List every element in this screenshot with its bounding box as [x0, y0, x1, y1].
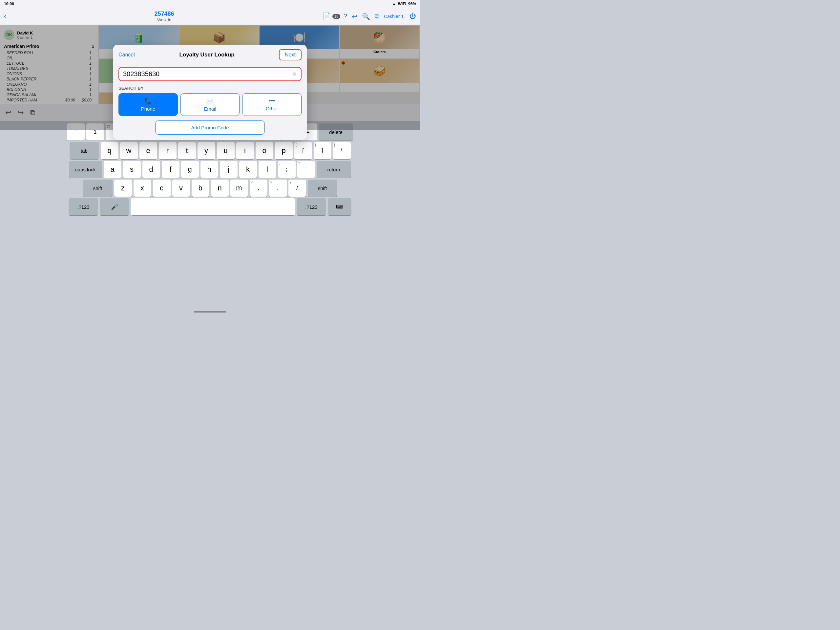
other-search-button[interactable]: ••• Other	[242, 93, 302, 116]
battery-icon: 96%	[408, 2, 416, 6]
other-label: Other	[266, 106, 278, 111]
key-k[interactable]: k	[239, 161, 257, 178]
key-q[interactable]: q	[101, 142, 118, 159]
key-r[interactable]: r	[159, 142, 177, 159]
status-time: 10:06	[4, 2, 14, 6]
key-v[interactable]: v	[172, 180, 190, 197]
key-l[interactable]: l	[259, 161, 276, 178]
modal-title: Loyalty User Lookup	[135, 52, 279, 58]
key-g[interactable]: g	[181, 161, 199, 178]
order-type: Walk In	[9, 17, 319, 22]
home-bar	[194, 311, 226, 313]
undo-icon[interactable]: ↩	[352, 13, 357, 21]
key-b[interactable]: b	[192, 180, 209, 197]
phone-icon: 📞	[144, 98, 152, 105]
key-z[interactable]: z	[114, 180, 132, 197]
key-row-4: shift z x c v b n m <, >. ?/ shift	[1, 180, 419, 197]
keyboard-hide-key[interactable]: ⌨	[328, 198, 351, 215]
key-i[interactable]: i	[236, 142, 254, 159]
key-o[interactable]: o	[256, 142, 273, 159]
back-button[interactable]: ‹	[4, 12, 6, 21]
home-indicator	[0, 309, 420, 315]
key-close-bracket[interactable]: }]	[314, 142, 332, 159]
status-icons: ▲ WiFi 96%	[392, 2, 416, 6]
key-d[interactable]: d	[142, 161, 160, 178]
document-icon: 📄	[322, 12, 331, 21]
help-icon[interactable]: ?	[344, 13, 347, 20]
tab-key[interactable]: tab	[69, 142, 99, 159]
key-m[interactable]: m	[231, 180, 248, 197]
wifi-icon: WiFi	[398, 2, 406, 6]
key-j[interactable]: j	[220, 161, 238, 178]
key-f[interactable]: f	[162, 161, 180, 178]
key-slash[interactable]: ?/	[289, 180, 306, 197]
order-number: 257486	[9, 11, 319, 17]
space-key[interactable]	[131, 198, 295, 215]
key-semicolon[interactable]: :;	[278, 161, 296, 178]
top-nav: ‹ 257486 Walk In 📄 18 ? ↩ 🔍 ⧉ Cashier 1.…	[0, 8, 420, 25]
mic-key[interactable]: 🎤	[100, 198, 129, 215]
phone-input-wrapper: ✕	[118, 67, 302, 81]
key-backslash[interactable]: |\	[333, 142, 351, 159]
key-row-3: caps lock a s d f g h j k l :; "' return	[1, 161, 419, 178]
email-search-button[interactable]: ✉️ Email	[180, 93, 240, 116]
key-p[interactable]: p	[275, 142, 293, 159]
order-info: 257486 Walk In	[9, 11, 319, 22]
modal-overlay: Cancel Loyalty User Lookup Next ✕ SEARCH…	[0, 25, 420, 130]
copy-icon[interactable]: ⧉	[375, 13, 379, 20]
key-c[interactable]: c	[153, 180, 171, 197]
key-h[interactable]: h	[201, 161, 218, 178]
logout-icon[interactable]: ⏻	[409, 13, 416, 20]
left-shift-key[interactable]: shift	[83, 180, 112, 197]
key-open-bracket[interactable]: {[	[294, 142, 312, 159]
key-s[interactable]: s	[123, 161, 141, 178]
search-by-label: SEARCH BY	[118, 86, 302, 90]
caps-lock-key[interactable]: caps lock	[69, 161, 102, 178]
key-y[interactable]: y	[197, 142, 215, 159]
search-icon[interactable]: 🔍	[362, 13, 370, 21]
clear-input-button[interactable]: ✕	[292, 71, 297, 78]
badge-count: 18	[332, 14, 340, 19]
key-w[interactable]: w	[120, 142, 138, 159]
return-key[interactable]: return	[317, 161, 351, 178]
search-by-buttons: 📞 Phone ✉️ Email ••• Other	[118, 93, 302, 116]
key-e[interactable]: e	[139, 142, 157, 159]
num-key-left[interactable]: .?123	[69, 198, 98, 215]
next-button[interactable]: Next	[279, 49, 302, 60]
key-comma[interactable]: <,	[250, 180, 267, 197]
key-x[interactable]: x	[134, 180, 151, 197]
promo-code-button[interactable]: Add Promo Code	[155, 120, 265, 135]
status-bar: 10:06 ▲ WiFi 96%	[0, 0, 420, 8]
key-period[interactable]: >.	[269, 180, 287, 197]
num-key-right[interactable]: .?123	[297, 198, 326, 215]
signal-icon: ▲	[392, 2, 396, 6]
modal-body: ✕ SEARCH BY 📞 Phone ✉️ Email ••• Other A…	[113, 64, 307, 140]
phone-search-button[interactable]: 📞 Phone	[118, 93, 178, 116]
nav-icons: ? ↩ 🔍 ⧉ Cashier 1. ⏻	[344, 13, 416, 21]
right-shift-key[interactable]: shift	[308, 180, 337, 197]
other-icon: •••	[269, 98, 275, 104]
cashier-label: Cashier 1.	[384, 14, 405, 19]
key-row-2: tab q w e r t y u i o p {[ }] |\	[1, 142, 419, 159]
loyalty-modal: Cancel Loyalty User Lookup Next ✕ SEARCH…	[113, 45, 307, 140]
email-icon: ✉️	[206, 98, 214, 105]
key-t[interactable]: t	[178, 142, 196, 159]
phone-input[interactable]	[123, 70, 292, 78]
modal-header: Cancel Loyalty User Lookup Next	[113, 45, 307, 64]
email-label: Email	[204, 106, 216, 112]
key-row-5: .?123 🎤 .?123 ⌨	[1, 198, 419, 215]
cancel-button[interactable]: Cancel	[118, 52, 135, 58]
key-a[interactable]: a	[104, 161, 122, 178]
key-quote[interactable]: "'	[297, 161, 315, 178]
key-u[interactable]: u	[217, 142, 235, 159]
key-n[interactable]: n	[211, 180, 229, 197]
phone-label: Phone	[141, 106, 155, 112]
badge-area: 📄 18	[322, 12, 340, 21]
